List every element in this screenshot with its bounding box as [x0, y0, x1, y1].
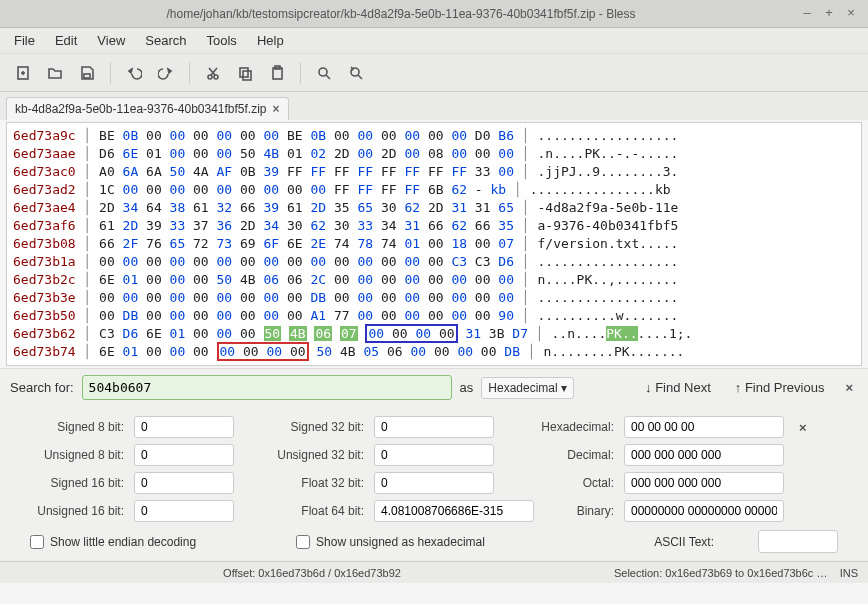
clipboard-icon: [269, 65, 285, 81]
separator: [189, 62, 190, 84]
maximize-button[interactable]: +: [820, 5, 838, 23]
copy-button[interactable]: [230, 58, 260, 88]
redo-icon: [158, 65, 174, 81]
binary-label: Binary:: [504, 504, 614, 518]
unsigned-16-field[interactable]: [134, 500, 234, 522]
unsigned-32-field[interactable]: [374, 444, 494, 466]
svg-point-4: [208, 75, 212, 79]
hexadecimal-field[interactable]: [624, 416, 784, 438]
tab-file[interactable]: kb-4d8a2f9a-5e0b-11ea-9376-40b0341fbf5f.…: [6, 97, 289, 120]
separator: [110, 62, 111, 84]
hexadecimal-label: Hexadecimal:: [504, 420, 614, 434]
menu-view[interactable]: View: [87, 29, 135, 52]
as-label: as: [460, 380, 474, 395]
svg-rect-3: [84, 74, 90, 78]
unsigned-8-label: Unsigned 8 bit:: [14, 448, 124, 462]
search-bar: Search for: as Hexadecimal ▾ ↓ Find Next…: [0, 368, 868, 406]
undo-button[interactable]: [119, 58, 149, 88]
status-selection: Selection: 0x16ed73b69 to 0x16ed73b6c …: [614, 567, 827, 579]
signed-32-field[interactable]: [374, 416, 494, 438]
find-next-button[interactable]: ↓ Find Next: [637, 376, 719, 399]
tabbar: kb-4d8a2f9a-5e0b-11ea-9376-40b0341fbf5f.…: [0, 92, 868, 120]
undo-icon: [126, 65, 142, 81]
find-button[interactable]: [309, 58, 339, 88]
decimal-label: Decimal:: [504, 448, 614, 462]
search-icon: [316, 65, 332, 81]
search-mode-select[interactable]: Hexadecimal ▾: [481, 377, 574, 399]
menu-tools[interactable]: Tools: [197, 29, 247, 52]
tab-label: kb-4d8a2f9a-5e0b-11ea-9376-40b0341fbf5f.…: [15, 102, 267, 116]
octal-label: Octal:: [504, 476, 614, 490]
signed-16-field[interactable]: [134, 472, 234, 494]
hex-view[interactable]: 6ed73a9c │ BE 0B 00 00 00 00 00 00 BE 0B…: [6, 122, 862, 366]
open-button[interactable]: [40, 58, 70, 88]
unsigned-hex-checkbox[interactable]: Show unsigned as hexadecimal: [296, 535, 485, 549]
ascii-text-field[interactable]: [758, 530, 838, 553]
search-label: Search for:: [10, 380, 74, 395]
new-file-icon: [15, 65, 31, 81]
float-32-field[interactable]: [374, 472, 494, 494]
separator: [300, 62, 301, 84]
folder-icon: [47, 65, 63, 81]
paste-button[interactable]: [262, 58, 292, 88]
menu-search[interactable]: Search: [135, 29, 196, 52]
unsigned-16-label: Unsigned 16 bit:: [14, 504, 124, 518]
new-button[interactable]: [8, 58, 38, 88]
signed-16-label: Signed 16 bit:: [14, 476, 124, 490]
tab-close-icon[interactable]: ×: [273, 102, 280, 116]
signed-8-field[interactable]: [134, 416, 234, 438]
svg-rect-8: [240, 68, 248, 77]
close-button[interactable]: ×: [842, 5, 860, 23]
unsigned-8-field[interactable]: [134, 444, 234, 466]
save-button[interactable]: [72, 58, 102, 88]
cut-button[interactable]: [198, 58, 228, 88]
search-close-button[interactable]: ×: [840, 380, 858, 395]
decimal-field[interactable]: [624, 444, 784, 466]
menu-help[interactable]: Help: [247, 29, 294, 52]
scissors-icon: [205, 65, 221, 81]
statusbar: Offset: 0x16ed73b6d / 0x16ed73b92 Select…: [0, 561, 868, 583]
arrow-up-icon: ↑: [735, 380, 742, 395]
menu-file[interactable]: File: [4, 29, 45, 52]
float-32-label: Float 32 bit:: [244, 476, 364, 490]
copy-icon: [237, 65, 253, 81]
find-previous-button[interactable]: ↑ Find Previous: [727, 376, 833, 399]
redo-button[interactable]: [151, 58, 181, 88]
status-offset: Offset: 0x16ed73b6d / 0x16ed73b92: [223, 567, 401, 579]
titlebar: /home/johan/kb/testomsipcreator/kb-4d8a2…: [0, 0, 868, 28]
little-endian-checkbox[interactable]: Show little endian decoding: [30, 535, 196, 549]
svg-point-5: [214, 75, 218, 79]
svg-line-13: [326, 75, 330, 79]
float-64-label: Float 64 bit:: [244, 504, 364, 518]
ascii-text-label: ASCII Text:: [654, 535, 718, 549]
inspector-options: Show little endian decoding Show unsigne…: [0, 526, 868, 561]
unsigned-32-label: Unsigned 32 bit:: [244, 448, 364, 462]
svg-rect-9: [243, 71, 251, 80]
window-title: /home/johan/kb/testomsipcreator/kb-4d8a2…: [8, 7, 794, 21]
binary-field[interactable]: [624, 500, 784, 522]
replace-icon: [348, 65, 364, 81]
svg-point-12: [319, 68, 327, 76]
minimize-button[interactable]: –: [798, 5, 816, 23]
inspector-close-button[interactable]: ×: [794, 420, 814, 435]
svg-line-15: [358, 75, 362, 79]
replace-button[interactable]: [341, 58, 371, 88]
search-input[interactable]: [82, 375, 452, 400]
octal-field[interactable]: [624, 472, 784, 494]
chevron-down-icon: ▾: [561, 381, 567, 395]
arrow-down-icon: ↓: [645, 380, 652, 395]
toolbar: [0, 54, 868, 92]
menubar: File Edit View Search Tools Help: [0, 28, 868, 54]
menu-edit[interactable]: Edit: [45, 29, 87, 52]
signed-8-label: Signed 8 bit:: [14, 420, 124, 434]
value-inspector: Signed 8 bit: Signed 32 bit: Hexadecimal…: [0, 406, 868, 526]
status-mode: INS: [840, 567, 858, 579]
save-icon: [79, 65, 95, 81]
signed-32-label: Signed 32 bit:: [244, 420, 364, 434]
